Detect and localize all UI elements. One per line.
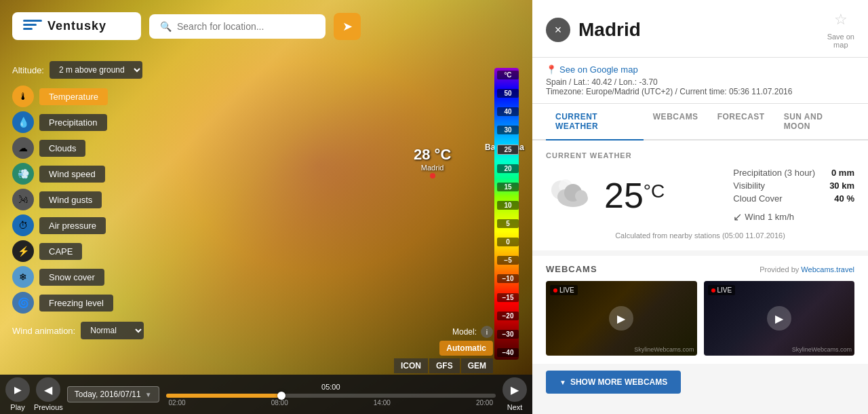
clouds-icon: ☁ — [12, 137, 34, 159]
live-dot-1 — [553, 288, 557, 293]
close-button[interactable]: × — [546, 18, 570, 42]
precipitation-value: 0 mm — [831, 168, 854, 178]
wind-animation-row: Wind animation: Normal Slow Fast Off — [12, 322, 144, 339]
cloud-cover-value: 40 % — [834, 193, 854, 204]
wind-value: 1 km/h — [768, 212, 794, 222]
prev-col: ◀ Previous — [34, 377, 63, 411]
previous-button[interactable]: ◀ — [36, 377, 60, 402]
current-weather-title: CURRENT WEATHER — [546, 151, 854, 159]
webcam-1-watermark: SkylineWebcams.com — [634, 346, 694, 353]
madrid-dot — [430, 173, 435, 178]
search-input[interactable] — [177, 21, 315, 32]
scale-50v: 50 — [497, 89, 519, 98]
timeline-container[interactable]: 05:00 02:00 08:00 14:00 20:00 — [163, 383, 498, 407]
play-button[interactable]: ▶ — [5, 377, 30, 402]
webcam-1-live: LIVE — [550, 285, 578, 295]
scale-0: 0 — [497, 238, 519, 246]
google-map-link[interactable]: 📍 See on Google map — [546, 64, 854, 75]
visibility-label: Visibility — [733, 181, 765, 191]
calc-note: Calculated from nearby stations (05:00 1… — [546, 231, 854, 240]
date-select[interactable]: Today, 2016/07/11 ▼ — [67, 386, 159, 402]
precipitation-label: Precipitation (3 hour) — [733, 168, 815, 178]
model-options: Automatic — [439, 341, 493, 356]
logo-text: Ventusky — [47, 19, 106, 33]
temperature-label: Temperature — [39, 88, 108, 105]
webcam-2-live: LIVE — [708, 285, 736, 295]
tab-webcams[interactable]: WEBCAMS — [644, 104, 708, 140]
model-automatic[interactable]: Automatic — [439, 341, 493, 356]
scale-5: 5 — [497, 219, 519, 228]
time-label-02: 02:00 — [169, 399, 186, 407]
sidebar-item-wind-speed[interactable]: 💨 Wind speed — [12, 163, 142, 185]
live-dot-2 — [711, 288, 715, 293]
date-chevron-icon: ▼ — [145, 391, 152, 398]
wind-speed-icon: 💨 — [12, 163, 34, 185]
wind-animation-select[interactable]: Normal Slow Fast Off — [81, 322, 144, 339]
scale-m15: −15 — [497, 293, 519, 302]
scale-50: °C — [497, 71, 519, 79]
timeline-bar[interactable] — [166, 394, 496, 398]
svg-point-5 — [575, 190, 587, 202]
cape-label: CAPE — [39, 243, 82, 260]
webcam-2-play[interactable]: ▶ — [767, 306, 791, 331]
freezing-level-icon: 🌀 — [12, 292, 34, 314]
altitude-select[interactable]: 2 m above ground 850 hPa 500 hPa — [50, 61, 142, 79]
map-panel[interactable]: Ventusky 🔍 ➤ Altitude: 2 m above ground … — [0, 0, 532, 414]
tabs: CURRENT WEATHER WEBCAMS FORECAST SUN AND… — [532, 104, 868, 140]
credit-link[interactable]: Webcams.travel — [801, 265, 854, 274]
save-button[interactable]: ☆ Save onmap — [827, 11, 854, 49]
time-label-08: 08:00 — [271, 399, 288, 407]
wind-gusts-label: Wind gusts — [39, 191, 102, 208]
precipitation-row: Precipitation (3 hour) 0 mm — [733, 168, 854, 178]
model-info-button[interactable]: i — [481, 326, 493, 338]
air-pressure-label: Air pressure — [39, 217, 106, 234]
cape-icon: ⚡ — [12, 240, 34, 262]
current-time: 05:00 — [166, 383, 496, 391]
sidebar-item-air-pressure[interactable]: ⏱ Air pressure — [12, 214, 142, 236]
weather-icon — [546, 171, 593, 220]
sidebar-item-snow-cover[interactable]: ❄ Snow cover — [12, 266, 142, 288]
show-more-webcams-button[interactable]: ▼ SHOW MORE WEBCAMS — [546, 371, 681, 394]
visibility-value: 30 km — [829, 181, 854, 191]
cloud-cover-label: Cloud Cover — [733, 193, 782, 204]
tab-forecast[interactable]: FORECAST — [708, 104, 774, 140]
cloud-cover-row: Cloud Cover 40 % — [733, 193, 854, 204]
model-gem[interactable]: GEM — [461, 358, 493, 373]
scale-15: 15 — [497, 183, 519, 191]
city-name: Madrid — [578, 19, 819, 41]
webcam-grid: LIVE ▶ SkylineWebcams.com LIVE ▶ Skyline… — [546, 281, 854, 356]
tab-sun-moon[interactable]: SUN AND MOON — [774, 104, 854, 140]
sidebar-item-temperature[interactable]: 🌡 Temperature — [12, 86, 142, 107]
freezing-level-label: Freezing level — [39, 295, 113, 312]
model-icon[interactable]: ICON — [394, 358, 428, 373]
model-gfs[interactable]: GFS — [429, 358, 460, 373]
city-header: × Madrid ☆ Save onmap — [532, 0, 868, 58]
temperature-icon: 🌡 — [12, 86, 34, 107]
play-col: ▶ Play — [5, 377, 30, 411]
webcam-1[interactable]: LIVE ▶ SkylineWebcams.com — [546, 281, 697, 356]
tab-current-weather[interactable]: CURRENT WEATHER — [546, 104, 644, 140]
webcam-1-play[interactable]: ▶ — [609, 306, 633, 331]
sidebar-item-precipitation[interactable]: 💧 Precipitation — [12, 111, 142, 133]
next-button[interactable]: ▶ — [502, 377, 527, 402]
webcams-credit: Provided by Webcams.travel — [760, 265, 854, 274]
ventusky-logo-icon — [23, 20, 42, 33]
webcam-2[interactable]: LIVE ▶ SkylineWebcams.com — [704, 281, 855, 356]
wind-label: Wind — [745, 212, 765, 222]
sidebar-item-cape[interactable]: ⚡ CAPE — [12, 240, 142, 262]
go-button[interactable]: ➤ — [334, 13, 361, 40]
sidebar-item-clouds[interactable]: ☁ Clouds — [12, 137, 142, 159]
scale-20: 20 — [497, 164, 519, 173]
scale-25: 25 — [497, 145, 519, 155]
search-box[interactable]: 🔍 — [149, 14, 326, 39]
clouds-label: Clouds — [39, 140, 85, 157]
timeline-thumb[interactable] — [277, 392, 285, 400]
scale-30: 30 — [497, 126, 519, 134]
play-label: Play — [10, 403, 24, 411]
sidebar-item-freezing-level[interactable]: 🌀 Freezing level — [12, 292, 142, 314]
visibility-row: Visibility 30 km — [733, 181, 854, 191]
credit-text: Provided by — [760, 265, 799, 274]
scale-10: 10 — [497, 201, 519, 210]
sidebar-item-wind-gusts[interactable]: 🌬 Wind gusts — [12, 189, 142, 210]
wind-speed-label: Wind speed — [39, 166, 105, 183]
